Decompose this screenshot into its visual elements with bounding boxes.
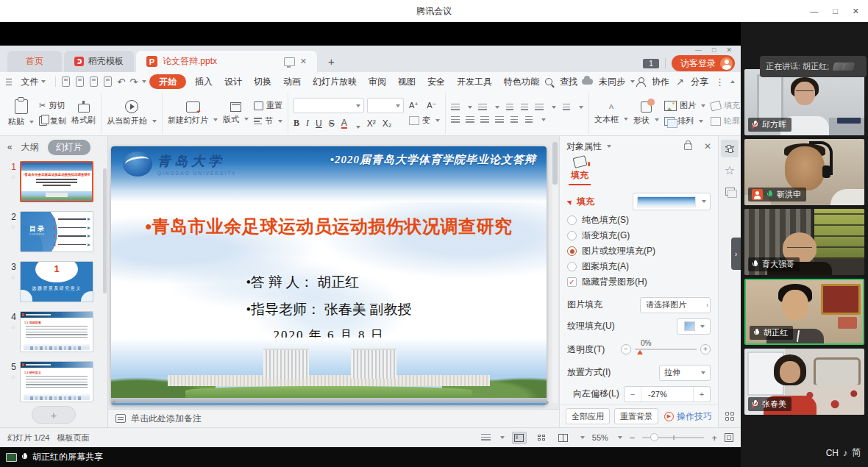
arrange-button[interactable]: 排列 (664, 115, 705, 126)
zoom-level[interactable]: 55% (592, 433, 608, 442)
font-size-select[interactable] (367, 98, 404, 113)
format-painter-button[interactable]: 格式刷 (71, 101, 96, 126)
layout-button[interactable]: 版式 (223, 102, 249, 125)
slides-scrollbar[interactable] (103, 168, 107, 293)
collaborate-button[interactable]: 协作 (649, 74, 672, 89)
distribute-icon[interactable] (511, 116, 518, 124)
undo-icon[interactable]: ↶ (117, 76, 125, 88)
transparency-slider[interactable]: 0% (635, 349, 697, 350)
menu-file[interactable]: 文件 (15, 74, 51, 89)
effects-strip-button[interactable]: ☆ (721, 161, 739, 179)
find-button[interactable]: 查找 (557, 74, 580, 89)
font-color-button[interactable]: A (341, 118, 347, 129)
text-effects-button[interactable]: 变 (422, 115, 430, 126)
minimize-icon[interactable]: — (810, 7, 818, 15)
choose-picture-button[interactable]: 请选择图片› (640, 297, 711, 313)
transparency-plus-button[interactable]: + (700, 344, 711, 354)
option-picture-fill[interactable]: 图片或纹理填充(P) (567, 243, 711, 259)
tab-outline[interactable]: 大纲 (21, 141, 39, 154)
ime-indicator[interactable]: CH ♪ 简 (826, 446, 861, 459)
section-button[interactable]: 节 (254, 115, 282, 126)
video-tile-2[interactable]: 靳洪申 (744, 139, 864, 205)
fill-preview-dropdown[interactable] (633, 193, 711, 210)
panel-close-icon[interactable]: ✕ (704, 141, 711, 151)
new-tab-button[interactable]: + (319, 51, 344, 72)
bold-button[interactable]: B (294, 118, 299, 129)
text-direction-icon[interactable] (535, 104, 544, 111)
properties-strip-button[interactable] (721, 140, 739, 157)
video-tile-4[interactable]: 胡正红 (744, 279, 864, 345)
font-shrink-button[interactable]: A⁻ (427, 101, 436, 110)
print-icon[interactable] (90, 76, 98, 87)
message-count-badge[interactable]: 1 (643, 59, 659, 68)
app-grid-icon[interactable] (725, 412, 734, 421)
notes-bar[interactable]: 单击此处添加备注 (108, 409, 559, 427)
bullet-list-icon[interactable] (451, 104, 460, 111)
fill-section-header[interactable]: 填充 (567, 190, 711, 213)
menu-animation[interactable]: 动画 (277, 74, 307, 89)
strikethrough-button[interactable]: S (329, 118, 335, 129)
panel-expand-handle[interactable]: › (731, 238, 741, 270)
lock-icon[interactable] (684, 143, 692, 150)
menu-security[interactable]: 安全 (421, 74, 451, 89)
tab-slides[interactable]: 幻灯片 (48, 140, 90, 155)
view-normal-button[interactable] (512, 432, 527, 444)
zoom-out-icon[interactable]: − (630, 432, 636, 443)
cut-button[interactable]: ✂剪切 (39, 100, 66, 111)
play-from-current-button[interactable]: 从当前开始 (107, 100, 157, 126)
scroll-left-icon[interactable]: ‹ (113, 396, 115, 407)
zoom-slider[interactable] (642, 437, 704, 438)
menu-review[interactable]: 审阅 (363, 74, 392, 89)
video-tile-3[interactable]: 育大强哥 (744, 209, 864, 275)
reset-button[interactable]: 重置 (254, 100, 282, 111)
align-center-icon[interactable] (466, 116, 474, 124)
zoom-in-icon[interactable]: + (711, 432, 717, 443)
menu-devtools[interactable]: 开发工具 (451, 74, 498, 89)
align-left-icon[interactable] (451, 116, 460, 124)
hide-background-checkbox[interactable]: ✓隐藏背景图形(H) (567, 274, 711, 290)
hamburger-icon[interactable] (6, 79, 12, 85)
italic-button[interactable]: I (306, 118, 309, 129)
preview-icon[interactable] (104, 76, 112, 87)
wps-close-icon[interactable]: ✕ (726, 46, 732, 54)
close-icon[interactable]: ✕ (853, 7, 859, 16)
transparency-minus-button[interactable]: − (621, 344, 631, 354)
option-solid-fill[interactable]: 纯色填充(S) (567, 213, 711, 228)
fit-window-icon[interactable] (725, 433, 733, 442)
menu-transition[interactable]: 切换 (248, 74, 277, 89)
slide-item-4[interactable]: 4☆ 1.1 选题背景 (0, 311, 107, 352)
guest-login-button[interactable]: 访客登录 (672, 55, 735, 71)
menu-design[interactable]: 设计 (218, 74, 248, 89)
placement-select[interactable]: 拉伸 (659, 365, 711, 381)
underline-button[interactable]: U (316, 118, 322, 129)
picture-button[interactable]: 图片 (664, 100, 705, 111)
fill-tab[interactable]: 填充 (567, 157, 592, 188)
slide-item-5[interactable]: 5☆ 1.2 研究意义 (0, 361, 107, 402)
decrease-indent-icon[interactable] (506, 104, 513, 111)
selection-strip-button[interactable] (721, 182, 739, 200)
notes-toggle-icon[interactable] (481, 434, 491, 441)
shapes-button[interactable]: 形状 (633, 101, 659, 126)
clear-format-icon[interactable] (409, 116, 419, 125)
slide-item-2[interactable]: 2☆ 目录 CONTENTS 1 2 3 4 (0, 211, 107, 252)
apply-all-button[interactable]: 全部应用 (566, 408, 610, 424)
superscript-button[interactable]: X² (367, 118, 376, 129)
more-icon[interactable]: ⋮ (715, 76, 725, 88)
output-icon[interactable] (76, 76, 84, 87)
justify-icon[interactable] (495, 116, 504, 124)
tips-link[interactable]: ▶操作技巧 (664, 410, 712, 423)
texture-dropdown[interactable] (677, 318, 711, 335)
canvas-scrollbar[interactable] (552, 142, 558, 403)
option-gradient-fill[interactable]: 渐变填充(G) (567, 228, 711, 243)
menu-slideshow[interactable]: 幻灯片放映 (307, 74, 363, 89)
text-box-button[interactable]: A文本框 (594, 102, 628, 125)
font-grow-button[interactable]: A⁺ (409, 101, 419, 110)
menu-start[interactable]: 开始 (149, 74, 186, 89)
tab-home[interactable]: 首页 (7, 51, 62, 72)
tab-document[interactable]: P 论文答辩.pptx ✕ (136, 51, 317, 72)
sync-status[interactable]: 未同步 (597, 74, 627, 89)
menu-insert[interactable]: 插入 (189, 74, 218, 89)
video-tile-5[interactable]: 张春美 (744, 349, 864, 415)
tab-close-icon[interactable]: ✕ (300, 57, 307, 66)
align-right-icon[interactable] (480, 116, 489, 124)
